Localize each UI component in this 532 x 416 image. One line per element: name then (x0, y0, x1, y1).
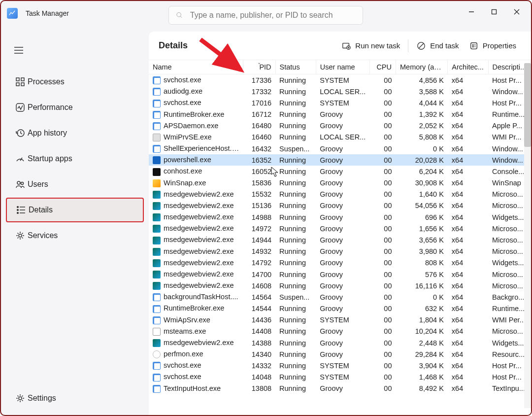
table-row[interactable]: msteams.exe14408RunningGroovy0010,204 Kx… (149, 326, 531, 337)
cell-arch: x64 (448, 211, 488, 223)
table-row[interactable]: msedgewebview2.exe15136RunningGroovy0054… (149, 200, 531, 211)
end-task-button[interactable]: End task (411, 38, 464, 54)
cell-user: LOCAL SER... (316, 86, 370, 97)
table-row[interactable]: audiodg.exe17332RunningLOCAL SER...003,5… (149, 86, 531, 97)
table-row[interactable]: ShellExperienceHost.e...16432Suspen...Gr… (149, 143, 531, 154)
cell-status: Running (275, 132, 316, 143)
table-row[interactable]: msedgewebview2.exe14792RunningGroovy0080… (149, 257, 531, 269)
cell-pid: 17016 (243, 97, 275, 108)
table-row[interactable]: msedgewebview2.exe14608RunningGroovy0016… (149, 280, 531, 291)
cell-user: Groovy (316, 383, 370, 394)
table-row[interactable]: WinSnap.exe15836RunningGroovy0030,908 Kx… (149, 177, 531, 189)
table-row[interactable]: conhost.exe16052RunningGroovy006,204 Kx6… (149, 166, 531, 177)
process-icon (153, 248, 161, 256)
cell-memory: 2,448 K (396, 337, 448, 348)
cell-status: Running (275, 337, 316, 348)
sidebar-item-services[interactable]: Services (6, 223, 144, 248)
sidebar-item-users[interactable]: Users (6, 172, 144, 197)
cell-user: Groovy (316, 166, 370, 177)
cell-status: Running (275, 200, 316, 211)
sidebar-item-performance[interactable]: Performance (6, 95, 144, 120)
sidebar-item-processes[interactable]: Processes (6, 69, 144, 94)
sidebar-item-details[interactable]: Details (6, 198, 144, 222)
search-box[interactable] (168, 6, 363, 25)
sidebar-item-startup[interactable]: Startup apps (6, 146, 144, 171)
cell-pid: 15836 (243, 177, 275, 189)
table-row[interactable]: APSDaemon.exe16480RunningGroovy002,052 K… (149, 120, 531, 132)
table-row[interactable]: svchost.exe14048RunningSYSTEM001,468 Kx6… (149, 371, 531, 382)
ban-icon (416, 41, 426, 51)
cell-pid: 14436 (243, 314, 275, 326)
table-row[interactable]: msedgewebview2.exe14700RunningGroovy0057… (149, 269, 531, 280)
process-icon (153, 339, 161, 347)
cell-memory: 10,204 K (396, 326, 448, 337)
table-row[interactable]: perfmon.exe14340RunningGroovy0029,284 Kx… (149, 348, 531, 360)
col-name[interactable]: Name (149, 60, 243, 74)
svg-rect-32 (470, 42, 477, 49)
properties-button[interactable]: Properties (464, 38, 521, 54)
cell-status: Running (275, 166, 316, 177)
col-cpu[interactable]: CPU (370, 60, 396, 74)
run-new-task-button[interactable]: Run new task (336, 38, 405, 54)
cell-memory: 3,980 K (396, 246, 448, 257)
cell-memory: 0 K (396, 143, 448, 154)
svg-point-34 (472, 46, 473, 47)
cell-user: Groovy (316, 246, 370, 257)
cell-status: Running (275, 211, 316, 223)
vertical-scrollbar[interactable] (524, 63, 531, 408)
cell-arch: x64 (448, 246, 488, 257)
maximize-button[interactable] (483, 3, 505, 21)
table-row[interactable]: msedgewebview2.exe15532RunningGroovy001,… (149, 189, 531, 200)
cell-user: Groovy (316, 348, 370, 360)
table-header-row: Name PID⌄ Status User name CPU Memory (a… (149, 60, 531, 74)
cell-cpu: 00 (370, 143, 396, 154)
table-row[interactable]: RuntimeBroker.exe16712RunningGroovy001,3… (149, 109, 531, 120)
table-row[interactable]: msedgewebview2.exe14972RunningGroovy001,… (149, 223, 531, 234)
sidebar-item-apphistory[interactable]: App history (6, 121, 144, 145)
cell-status: Running (275, 97, 316, 108)
close-button[interactable] (505, 3, 528, 21)
minimize-button[interactable] (460, 3, 483, 21)
col-status[interactable]: Status (275, 60, 316, 74)
cell-arch: x64 (448, 371, 488, 382)
col-arch[interactable]: Architec... (448, 60, 488, 74)
cell-status: Running (275, 223, 316, 234)
table-row[interactable]: WmiPrvSE.exe16460RunningLOCAL SER...005,… (149, 132, 531, 143)
cell-name: svchost.exe (149, 371, 243, 382)
svg-rect-10 (21, 78, 24, 81)
col-pid[interactable]: PID⌄ (243, 60, 275, 74)
cell-name: msedgewebview2.exe (149, 269, 243, 280)
table-row[interactable]: msedgewebview2.exe14932RunningGroovy003,… (149, 246, 531, 257)
cell-status: Running (275, 280, 316, 291)
cell-name: audiodg.exe (149, 86, 243, 97)
table-row[interactable]: msedgewebview2.exe14944RunningGroovy003,… (149, 234, 531, 245)
table-row[interactable]: svchost.exe17016RunningSYSTEM004,044 Kx6… (149, 97, 531, 108)
table-row[interactable]: RuntimeBroker.exe14544RunningGroovy00632… (149, 303, 531, 314)
cell-arch: x64 (448, 120, 488, 132)
table-row[interactable]: powershell.exe16352RunningGroovy0020,028… (149, 154, 531, 166)
gear-icon (13, 231, 28, 241)
cell-arch: x64 (448, 348, 488, 360)
hamburger-button[interactable] (9, 40, 29, 60)
table-row[interactable]: msedgewebview2.exe14388RunningGroovy002,… (149, 337, 531, 348)
cell-name: TextInputHost.exe (149, 383, 243, 394)
sidebar-item-settings[interactable]: Settings (6, 386, 144, 411)
cell-user: Groovy (316, 234, 370, 245)
cell-user: Groovy (316, 269, 370, 280)
cell-name: APSDaemon.exe (149, 120, 243, 132)
cell-name: RuntimeBroker.exe (149, 109, 243, 120)
col-user[interactable]: User name (316, 60, 370, 74)
table-row[interactable]: backgroundTaskHost....14564Suspen...Groo… (149, 291, 531, 303)
scrollbar-thumb[interactable] (524, 63, 531, 147)
table-row[interactable]: svchost.exe14332RunningSYSTEM003,904 Kx6… (149, 360, 531, 371)
cell-memory: 3,588 K (396, 86, 448, 97)
cell-pid: 16460 (243, 132, 275, 143)
table-row[interactable]: TextInputHost.exe13808RunningGroovy008,4… (149, 383, 531, 394)
table-row[interactable]: WmiApSrv.exe14436RunningSYSTEM001,804 Kx… (149, 314, 531, 326)
table-row[interactable]: svchost.exe17336RunningSYSTEM004,856 Kx6… (149, 74, 531, 86)
search-input[interactable] (190, 11, 356, 20)
sidebar-item-label: Performance (28, 103, 73, 112)
col-memory[interactable]: Memory (ac... (396, 60, 448, 74)
cell-arch: x64 (448, 360, 488, 371)
table-row[interactable]: msedgewebview2.exe14988RunningGroovy0069… (149, 211, 531, 223)
